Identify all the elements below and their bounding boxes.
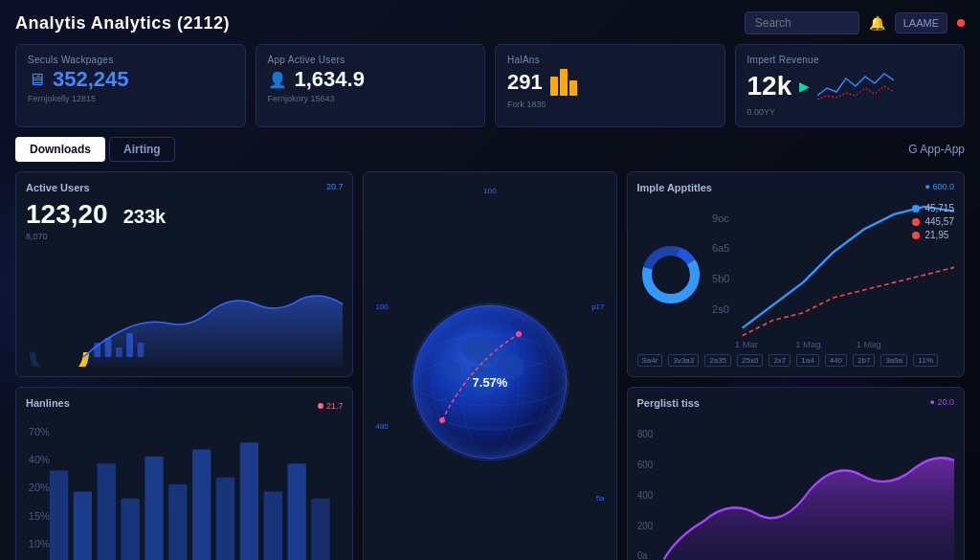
active-users-dot-val: 20.7 bbox=[326, 182, 344, 191]
svg-point-37 bbox=[439, 417, 445, 423]
bl-tag-8: 3a9a bbox=[880, 354, 907, 367]
svg-text:40%: 40% bbox=[29, 454, 50, 465]
tabs-row: Downloads Airting G App-App bbox=[15, 137, 965, 162]
svg-text:10%: 10% bbox=[29, 538, 50, 549]
active-users-area-chart bbox=[83, 290, 343, 367]
bl-tag-1: 3v3a3 bbox=[668, 354, 699, 367]
legend-item-0: 45,715 bbox=[912, 203, 954, 213]
kpi-sub-2: Fork 1835 bbox=[507, 100, 713, 109]
kpi-card-0: Seculs Wackpages 🖥 352,245 Fernjokelly 1… bbox=[15, 44, 246, 127]
hanlines-title: Hanlines bbox=[26, 397, 70, 409]
line-chart-area: 9oc 6a5 5b0 2s0 1 Mar 1 Mag 1 Mag bbox=[712, 199, 954, 350]
kpi-card-2: HalAns 291 Fork 1835 bbox=[495, 44, 725, 127]
kpi-label-0: Seculs Wackpages bbox=[28, 55, 234, 65]
svg-text:15%: 15% bbox=[29, 510, 50, 522]
svg-rect-14 bbox=[74, 492, 92, 560]
bl-tag-9: 11% bbox=[913, 354, 938, 367]
revenue-sparkline bbox=[817, 69, 894, 103]
svg-rect-22 bbox=[264, 492, 282, 560]
svg-point-38 bbox=[516, 331, 522, 337]
bl-tag-0: Sa4r bbox=[637, 354, 663, 367]
kpi-icon-1: 👤 bbox=[268, 71, 287, 89]
globe-container: 7.57% 100 200 100 480 p17 5a bbox=[373, 182, 606, 560]
active-users-second: 233k bbox=[123, 206, 167, 228]
svg-text:5b0: 5b0 bbox=[712, 273, 729, 284]
legend-dot-0 bbox=[912, 205, 920, 213]
globe-card: 7.57% 100 200 100 480 p17 5a bbox=[363, 171, 616, 560]
svg-text:0a: 0a bbox=[637, 550, 648, 560]
page-title: Analytis Analytics (2112) bbox=[15, 13, 230, 34]
kpi-label-1: App Active Users bbox=[268, 55, 474, 65]
bottom-labels-row: Sa4r 3v3a3 2a35 25x0 2x7 1a4 440 2b7 3a9… bbox=[637, 354, 954, 367]
donut-container bbox=[637, 199, 704, 350]
svg-text:1 Mar: 1 Mar bbox=[734, 339, 757, 349]
svg-point-2 bbox=[33, 325, 86, 367]
bl-tag-3: 25x0 bbox=[737, 354, 763, 367]
right-column: Imple Apptitles ● 600.0 bbox=[627, 171, 965, 560]
active-users-sub: 8,070 bbox=[26, 232, 108, 241]
kpi-label-2: HalAns bbox=[507, 55, 713, 65]
svg-text:2s0: 2s0 bbox=[712, 303, 729, 315]
notification-dot bbox=[957, 19, 965, 27]
kpi-card-3: Impert Revenue 12k ▶ 0.00YY bbox=[735, 44, 966, 127]
globe-center-val: 7.57% bbox=[473, 375, 508, 390]
kpi-card-1: App Active Users 👤 1,634.9 Fernjokory 15… bbox=[256, 44, 486, 127]
svg-rect-3 bbox=[94, 343, 100, 357]
tab-downloads[interactable]: Downloads bbox=[15, 137, 105, 162]
perglisti-chart: 800 600 400 200 0a 2013 2014 2015 2018 2… bbox=[637, 414, 954, 560]
kpi-row: Seculs Wackpages 🖥 352,245 Fernjokelly 1… bbox=[15, 44, 965, 127]
kpi-icon-3: ▶ bbox=[799, 78, 810, 94]
svg-rect-19 bbox=[192, 450, 211, 560]
tab-airting[interactable]: Airting bbox=[109, 137, 175, 162]
donut-chart bbox=[637, 241, 704, 308]
svg-rect-17 bbox=[145, 457, 163, 560]
laame-button[interactable]: LAAME bbox=[895, 12, 947, 34]
globe-right-top: p17 bbox=[591, 302, 604, 311]
legend-label-2: 21,95 bbox=[924, 230, 948, 240]
main-grid: Active Users 123,20 8,070 233k 20.7 bbox=[15, 171, 965, 560]
svg-rect-5 bbox=[116, 347, 122, 357]
header-controls: 🔔 LAAME bbox=[745, 11, 965, 34]
svg-rect-24 bbox=[311, 499, 329, 560]
globe-left-bottom: 480 bbox=[375, 422, 388, 431]
svg-text:6a5: 6a5 bbox=[712, 242, 729, 254]
kpi-value-2: 291 bbox=[507, 72, 543, 93]
svg-rect-4 bbox=[105, 338, 112, 357]
imple-dot-label: ● 600.0 bbox=[925, 182, 954, 191]
perglisti-card: Perglisti tiss ● 20.0 800 600 400 200 bbox=[627, 387, 965, 560]
svg-rect-6 bbox=[126, 333, 133, 357]
bl-tag-6: 440 bbox=[825, 354, 847, 367]
hanlines-dot-val: 21.7 bbox=[326, 401, 344, 411]
left-column: Active Users 123,20 8,070 233k 20.7 bbox=[15, 171, 353, 560]
legend-label-0: 45,715 bbox=[924, 203, 954, 213]
bl-tag-4: 2x7 bbox=[768, 354, 791, 367]
imple-apptitles-title: Imple Apptitles bbox=[637, 182, 712, 193]
svg-point-0 bbox=[33, 325, 86, 367]
legend-item-2: 21,95 bbox=[912, 230, 954, 240]
tab-right-label: G App-App bbox=[908, 143, 965, 156]
bl-tag-2: 2a35 bbox=[704, 354, 731, 367]
svg-text:1 Mag: 1 Mag bbox=[795, 339, 820, 349]
search-input[interactable] bbox=[745, 11, 859, 34]
bl-tag-5: 1a4 bbox=[796, 354, 818, 367]
active-users-title: Active Users bbox=[26, 182, 166, 193]
active-users-big-num: 123,20 bbox=[26, 199, 108, 230]
kpi-sub-1: Fernjokory 15643 bbox=[268, 94, 474, 103]
perglisti-dot-val: ● 20.0 bbox=[930, 397, 954, 414]
globe-top-label: 100 bbox=[483, 187, 496, 195]
legend-label-1: 445,57 bbox=[924, 216, 954, 227]
bl-tag-7: 2b7 bbox=[853, 354, 875, 367]
svg-rect-18 bbox=[168, 484, 187, 560]
kpi-sub-3: 0.00YY bbox=[747, 107, 953, 117]
kpi-sub-0: Fernjokelly 12815 bbox=[28, 94, 234, 103]
svg-text:200: 200 bbox=[637, 520, 653, 531]
svg-text:800: 800 bbox=[637, 429, 653, 440]
legend-dot-1 bbox=[912, 218, 920, 226]
notif-icon[interactable]: 🔔 bbox=[869, 15, 885, 31]
svg-text:20%: 20% bbox=[29, 482, 50, 494]
svg-rect-20 bbox=[216, 478, 234, 560]
svg-rect-15 bbox=[98, 464, 116, 560]
header: Analytis Analytics (2112) 🔔 LAAME bbox=[15, 11, 965, 34]
hanlines-chart: 70% 40% 20% 15% 10% bbox=[26, 414, 343, 560]
globe-left-top: 100 bbox=[375, 302, 388, 311]
